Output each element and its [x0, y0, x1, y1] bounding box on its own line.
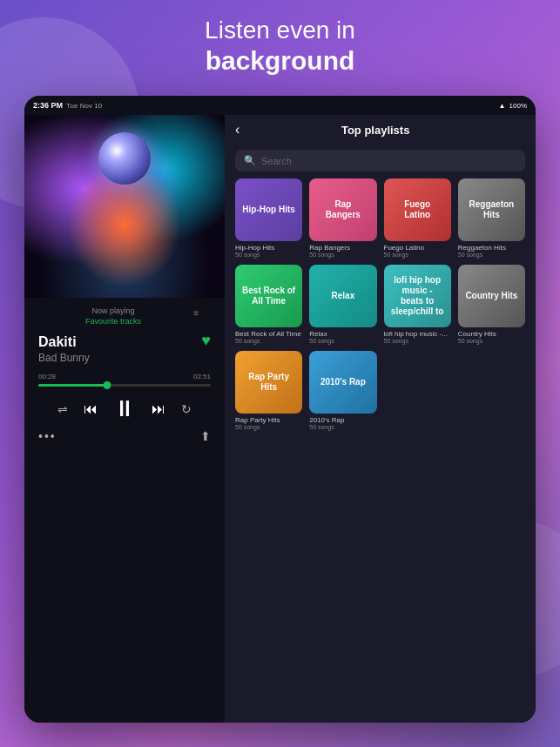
playlist-card-relax[interactable]: Relax: [309, 265, 376, 327]
playlist-item-2010s-rap[interactable]: 2010's Rap 2010's Rap 50 songs: [309, 351, 376, 430]
playlist-card-hip-hop-hits[interactable]: Hip-Hop Hits: [235, 178, 302, 241]
playlist-card-label-country-hits: Country Hits: [465, 291, 517, 301]
playlist-count-fuego-latino: 50 songs: [384, 252, 451, 258]
playlist-card-rap-bangers[interactable]: Rap Bangers: [309, 178, 376, 241]
track-info: Dakiti ♥ Bad Bunny: [24, 326, 225, 367]
playlist-name-lofi: lofi hip hop music -...: [384, 330, 451, 338]
playlist-name-fuego-latino: Fuego Latino: [384, 244, 451, 252]
playlist-name-hip-hop-hits: Hip-Hop Hits: [235, 244, 302, 252]
progress-times: 00:28 02:51: [38, 373, 211, 380]
playlists-panel: ‹ Top playlists 🔍 Search Hip-Hop Hits Hi…: [225, 96, 536, 723]
playlist-card-label-fuego-latino: Fuego Latino: [391, 199, 444, 220]
playlist-count-relax: 50 songs: [309, 338, 376, 344]
playlist-card-label-rap-bangers: Rap Bangers: [316, 199, 369, 220]
playlist-name-2010s-rap: 2010's Rap: [309, 416, 376, 424]
playlist-count-2010s-rap: 50 songs: [309, 424, 376, 430]
playlist-card-fuego-latino[interactable]: Fuego Latino: [384, 178, 451, 241]
playlist-name-reggaeton-hits: Reggaeton Hits: [458, 244, 525, 252]
playlist-item-fuego-latino[interactable]: Fuego Latino Fuego Latino 50 songs: [384, 178, 451, 258]
playlist-card-2010s-rap[interactable]: 2010's Rap: [309, 351, 376, 414]
status-date: Tue Nov 10: [66, 102, 102, 110]
search-placeholder: Search: [261, 156, 292, 166]
heart-icon[interactable]: ♥: [201, 332, 211, 350]
album-art: [24, 115, 225, 298]
next-button[interactable]: ⏭: [152, 401, 165, 417]
panel-title: Top playlists: [246, 124, 504, 137]
playlist-card-label-2010s-rap: 2010's Rap: [320, 377, 366, 387]
playlist-count-hip-hop-hits: 50 songs: [235, 252, 302, 258]
status-bar: 2:36 PM Tue Nov 10 ▲ 100%: [24, 96, 536, 115]
playlist-count-rap-party-hits: 50 songs: [235, 424, 302, 430]
favourite-tracks-label: Favourite tracks: [33, 317, 193, 326]
total-time: 02:51: [193, 373, 211, 380]
playlist-item-hip-hop-hits[interactable]: Hip-Hop Hits Hip-Hop Hits 50 songs: [235, 178, 302, 258]
progress-thumb: [104, 381, 111, 389]
wifi-icon: ▲: [499, 102, 506, 110]
device-frame: 2:36 PM Tue Nov 10 ▲ 100% Now playing Fa…: [24, 96, 536, 723]
track-artist: Bad Bunny: [38, 352, 211, 364]
playlist-item-rap-bangers[interactable]: Rap Bangers Rap Bangers 50 songs: [309, 178, 376, 258]
playlist-item-best-rock[interactable]: Best Rock of All Time Best Rock of All T…: [235, 265, 302, 344]
now-playing-label: Now playing: [33, 299, 193, 317]
playlist-name-country-hits: Country Hits: [458, 330, 525, 338]
playlist-card-label-rap-party-hits: Rap Party Hits: [242, 372, 295, 393]
current-time: 00:28: [38, 373, 56, 380]
player-panel: Now playing Favourite tracks ≡ Dakiti ♥ …: [24, 96, 225, 723]
playlist-card-label-lofi: lofi hip hop music - beats to sleep/chil…: [391, 275, 444, 317]
extras-row: ••• ⬆: [24, 429, 225, 443]
playlist-item-country-hits[interactable]: Country Hits Country Hits 50 songs: [458, 265, 525, 344]
repeat-button[interactable]: ↻: [181, 402, 192, 416]
favourite-tracks-text: Favourite tracks: [85, 317, 141, 326]
playlist-item-relax[interactable]: Relax Relax 50 songs: [309, 265, 376, 344]
progress-track[interactable]: [38, 384, 211, 387]
playlist-name-rap-bangers: Rap Bangers: [309, 244, 376, 252]
search-icon: 🔍: [244, 155, 256, 166]
playlist-item-rap-party-hits[interactable]: Rap Party Hits Rap Party Hits 50 songs: [235, 351, 302, 430]
filter-icon[interactable]: ≡: [193, 308, 209, 318]
track-name: Dakiti: [38, 334, 77, 350]
play-pause-button[interactable]: ⏸: [113, 395, 136, 422]
playlist-card-best-rock[interactable]: Best Rock of All Time: [235, 265, 302, 327]
playlist-card-reggaeton-hits[interactable]: Reggaeton Hits: [458, 178, 525, 241]
battery-status: 100%: [509, 102, 527, 110]
disco-ball: [98, 132, 151, 185]
header-section: Listen even in background: [0, 16, 560, 77]
playlist-name-rap-party-hits: Rap Party Hits: [235, 416, 302, 424]
playlists-grid: Hip-Hop Hits Hip-Hop Hits 50 songs Rap B…: [225, 178, 536, 723]
playlist-card-country-hits[interactable]: Country Hits: [458, 265, 525, 327]
playback-controls: ⇌ ⏮ ⏸ ⏭ ↻: [24, 388, 225, 429]
now-playing-row: Now playing Favourite tracks ≡: [24, 299, 225, 326]
header-line1: Listen even in: [0, 16, 560, 45]
status-time: 2:36 PM: [33, 101, 63, 110]
playlist-card-label-best-rock: Best Rock of All Time: [242, 286, 295, 306]
playlist-card-lofi[interactable]: lofi hip hop music - beats to sleep/chil…: [384, 265, 451, 327]
playlist-card-label-reggaeton-hits: Reggaeton Hits: [465, 199, 518, 220]
status-right: ▲ 100%: [499, 102, 527, 110]
shuffle-button[interactable]: ⇌: [57, 402, 68, 416]
now-playing-center: Now playing Favourite tracks: [33, 299, 193, 326]
playlist-count-lofi: 50 songs: [384, 338, 451, 344]
more-options-button[interactable]: •••: [38, 429, 57, 443]
share-button[interactable]: ⬆: [200, 429, 211, 443]
playlist-card-rap-party-hits[interactable]: Rap Party Hits: [235, 351, 302, 414]
playlist-count-rap-bangers: 50 songs: [309, 252, 376, 258]
playlist-name-best-rock: Best Rock of All Time: [235, 330, 302, 338]
playlist-item-lofi[interactable]: lofi hip hop music - beats to sleep/chil…: [384, 265, 451, 344]
panel-header: ‹ Top playlists: [225, 115, 536, 145]
header-line2: background: [0, 45, 560, 77]
back-button[interactable]: ‹: [235, 122, 240, 138]
progress-bar-container: 00:28 02:51: [24, 367, 225, 388]
prev-button[interactable]: ⏮: [84, 401, 98, 417]
playlist-count-best-rock: 50 songs: [235, 338, 302, 344]
search-bar[interactable]: 🔍 Search: [235, 150, 525, 172]
playlist-card-label-relax: Relax: [332, 291, 355, 301]
playlist-name-relax: Relax: [309, 330, 376, 338]
playlist-card-label-hip-hop-hits: Hip-Hop Hits: [242, 205, 295, 215]
playlist-item-reggaeton-hits[interactable]: Reggaeton Hits Reggaeton Hits 50 songs: [458, 178, 525, 258]
progress-fill: [38, 384, 107, 387]
playlist-count-country-hits: 50 songs: [458, 338, 525, 344]
playlist-count-reggaeton-hits: 50 songs: [458, 252, 525, 258]
